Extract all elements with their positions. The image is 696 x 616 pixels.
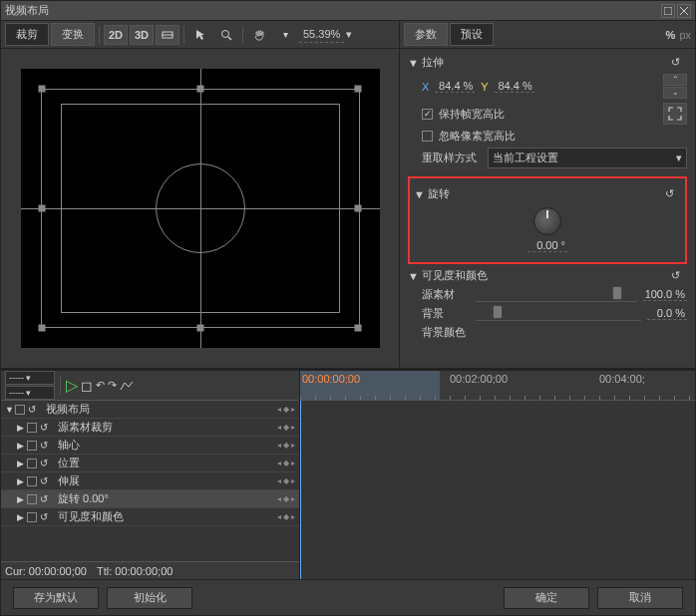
- maximize-button[interactable]: [661, 4, 675, 18]
- preview-toolbar: 裁剪 变换 2D 3D ▾ 55.39% ▾: [1, 21, 399, 49]
- resample-dropdown[interactable]: 当前工程设置: [488, 148, 687, 168]
- tab-transform[interactable]: 变换: [51, 23, 95, 46]
- chevron-right-icon[interactable]: ▶: [17, 441, 27, 451]
- track-filter-1[interactable]: ----- ▾: [5, 371, 55, 385]
- track-list: ▼↺视频布局◂ ◆ ▸▶↺源素材裁剪◂ ◆ ▸▶↺轴心◂ ◆ ▸▶↺位置◂ ◆ …: [1, 401, 299, 561]
- mode-3d-button[interactable]: 3D: [130, 25, 154, 45]
- track-row[interactable]: ▶↺旋转 0.00°◂ ◆ ▸: [1, 490, 299, 508]
- total-time: Ttl: 00:00:00;00: [97, 565, 173, 577]
- track-name: 位置: [58, 456, 277, 470]
- bg-opacity-slider[interactable]: [476, 307, 641, 321]
- cancel-button[interactable]: 取消: [597, 587, 683, 609]
- unit-percent[interactable]: %: [666, 29, 676, 41]
- stretch-y-value[interactable]: 84.4 %: [495, 80, 534, 93]
- track-reset-icon[interactable]: ↺: [28, 404, 42, 415]
- close-button[interactable]: [677, 4, 691, 18]
- chevron-down-icon[interactable]: ▼: [408, 57, 418, 69]
- keyframe-nav[interactable]: ◂ ◆ ▸: [277, 405, 295, 414]
- keyframe-nav[interactable]: ◂ ◆ ▸: [277, 476, 295, 485]
- link-up-button[interactable]: ⌃: [663, 74, 687, 86]
- titlebar: 视频布局: [1, 1, 695, 21]
- mode-2d-button[interactable]: 2D: [104, 25, 128, 45]
- guide-button[interactable]: [156, 25, 179, 45]
- unit-px[interactable]: px: [679, 29, 691, 41]
- bg-opacity-value[interactable]: 0.0 %: [647, 307, 687, 320]
- track-enable-checkbox[interactable]: [27, 459, 37, 468]
- loop-button[interactable]: ◻: [81, 378, 93, 394]
- keyframe-nav[interactable]: ◂ ◆ ▸: [277, 459, 295, 467]
- track-reset-icon[interactable]: ↺: [40, 422, 54, 433]
- select-tool[interactable]: [188, 25, 212, 45]
- chevron-right-icon[interactable]: ▶: [17, 423, 27, 433]
- bg-opacity-label: 背景: [422, 306, 470, 321]
- source-opacity-slider[interactable]: [476, 288, 637, 302]
- track-row[interactable]: ▶↺可见度和颜色◂ ◆ ▸: [1, 508, 299, 526]
- next-key-button[interactable]: ↷: [108, 379, 117, 392]
- hand-tool[interactable]: [247, 25, 271, 45]
- zoom-tool[interactable]: [214, 25, 238, 45]
- reset-visibility-icon[interactable]: ↺: [671, 269, 687, 283]
- svg-point-5: [222, 30, 229, 37]
- rotate-dial[interactable]: [533, 207, 561, 235]
- zoom-dropdown[interactable]: ▾: [346, 28, 352, 41]
- track-name: 轴心: [58, 438, 277, 453]
- preview-canvas[interactable]: [1, 49, 399, 368]
- reset-stretch-icon[interactable]: ↺: [671, 56, 687, 70]
- ok-button[interactable]: 确定: [504, 587, 589, 609]
- tab-crop[interactable]: 裁剪: [5, 23, 49, 46]
- chevron-down-icon[interactable]: ▼: [414, 188, 424, 200]
- timecode-3: 00:04:00;: [599, 373, 645, 385]
- link-down-button[interactable]: ⌄: [663, 87, 687, 99]
- prev-key-button[interactable]: ↶: [96, 379, 105, 392]
- track-row[interactable]: ▶↺伸展◂ ◆ ▸: [1, 472, 299, 490]
- keyframe-nav[interactable]: ◂ ◆ ▸: [277, 494, 295, 503]
- tab-presets[interactable]: 预设: [450, 23, 494, 46]
- track-enable-checkbox[interactable]: [15, 405, 25, 415]
- bg-color-label: 背景颜色: [422, 325, 470, 340]
- save-default-button[interactable]: 存为默认: [13, 587, 99, 609]
- stretch-x-value[interactable]: 84.4 %: [435, 80, 475, 93]
- track-reset-icon[interactable]: ↺: [40, 511, 54, 522]
- chevron-down-icon[interactable]: ▼: [408, 270, 418, 282]
- initialize-button[interactable]: 初始化: [107, 587, 192, 609]
- track-enable-checkbox[interactable]: [27, 476, 37, 486]
- graph-button[interactable]: [120, 380, 134, 392]
- chevron-down-icon[interactable]: ▼: [5, 405, 15, 415]
- track-name: 伸展: [58, 473, 277, 488]
- chevron-right-icon[interactable]: ▶: [17, 459, 27, 468]
- track-enable-checkbox[interactable]: [27, 512, 37, 522]
- timeline-body[interactable]: [300, 401, 695, 579]
- fit-screen-button[interactable]: [663, 103, 687, 125]
- track-reset-icon[interactable]: ↺: [40, 458, 54, 468]
- keyframe-nav[interactable]: ◂ ◆ ▸: [277, 512, 295, 521]
- reset-rotate-icon[interactable]: ↺: [665, 187, 681, 201]
- track-enable-checkbox[interactable]: [27, 423, 37, 433]
- track-row[interactable]: ▶↺位置◂ ◆ ▸: [1, 455, 299, 472]
- track-row[interactable]: ▶↺轴心◂ ◆ ▸: [1, 437, 299, 455]
- section-rotate-title: 旋转: [428, 186, 450, 201]
- ignore-pixel-aspect-checkbox[interactable]: [422, 131, 433, 142]
- track-name: 可见度和颜色: [58, 509, 277, 524]
- keyframe-nav[interactable]: ◂ ◆ ▸: [277, 423, 295, 432]
- chevron-right-icon[interactable]: ▶: [17, 494, 27, 504]
- tab-params[interactable]: 参数: [404, 23, 448, 46]
- chevron-right-icon[interactable]: ▶: [17, 512, 27, 522]
- chevron-right-icon[interactable]: ▶: [17, 476, 27, 486]
- track-enable-checkbox[interactable]: [27, 494, 37, 504]
- track-enable-checkbox[interactable]: [27, 441, 37, 451]
- current-time: Cur: 00:00:00;00: [5, 565, 87, 577]
- track-row[interactable]: ▶↺源素材裁剪◂ ◆ ▸: [1, 419, 299, 437]
- play-button[interactable]: ▷: [66, 376, 78, 395]
- keyframe-nav[interactable]: ◂ ◆ ▸: [277, 441, 295, 450]
- timeline-ruler[interactable]: 00:00:00;00 00:02:00;00 00:04:00;: [300, 371, 695, 401]
- zoom-value[interactable]: 55.39%: [299, 26, 344, 43]
- keep-aspect-checkbox[interactable]: [422, 109, 433, 120]
- rotate-value[interactable]: 0.00 °: [527, 239, 567, 252]
- track-reset-icon[interactable]: ↺: [40, 493, 54, 504]
- zoom-dropdown-icon[interactable]: ▾: [273, 25, 297, 45]
- track-filter-2[interactable]: ----- ▾: [5, 386, 55, 400]
- track-reset-icon[interactable]: ↺: [40, 475, 54, 486]
- source-opacity-value[interactable]: 100.0 %: [643, 288, 687, 301]
- track-reset-icon[interactable]: ↺: [40, 440, 54, 451]
- track-row[interactable]: ▼↺视频布局◂ ◆ ▸: [1, 401, 299, 419]
